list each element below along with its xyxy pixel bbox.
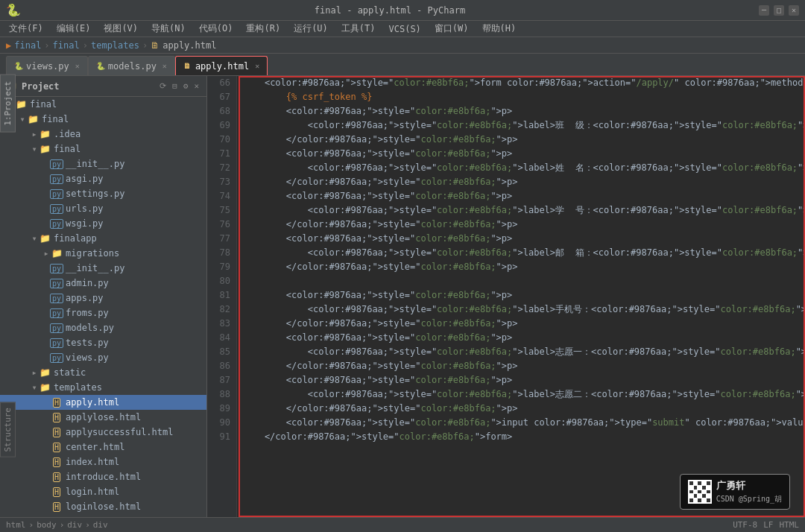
tab-models-py[interactable]: 🐍 models.py ✕: [88, 56, 175, 75]
menu-item-编辑e[interactable]: 编辑(E): [51, 21, 97, 37]
tree-item-static[interactable]: ▸📁static: [0, 365, 206, 380]
tree-item-final[interactable]: ▾📁final: [0, 97, 206, 112]
code-editor[interactable]: 6667686970717273747576777879808182838485…: [207, 76, 805, 517]
sync-icon[interactable]: ⟳: [158, 80, 168, 92]
close-button[interactable]: ✕: [789, 5, 799, 16]
window-controls[interactable]: ─ □ ✕: [759, 5, 799, 16]
menu-item-导航n[interactable]: 导航(N): [145, 21, 192, 37]
maximize-button[interactable]: □: [774, 5, 784, 16]
menu-item-运行u[interactable]: 运行(U): [288, 21, 334, 37]
line-number-90: 90: [210, 416, 230, 430]
tree-item-indexhtml[interactable]: Hindex.html: [0, 455, 206, 469]
tab-models-close[interactable]: ✕: [162, 62, 167, 70]
watermark-text: 广勇轩 CSDN @Spring_胡: [716, 479, 782, 504]
tree-arrow: ▸: [30, 367, 39, 378]
tree-item-asgipy[interactable]: pyasgi.py: [0, 171, 206, 186]
py-icon: 🐍: [14, 62, 23, 71]
tree-item-testspy[interactable]: pytests.py: [0, 335, 206, 350]
html-file-icon: H: [51, 457, 63, 467]
tree-item-label: models.py: [66, 323, 114, 333]
line-number-68: 68: [210, 104, 230, 118]
line-number-72: 72: [210, 161, 230, 175]
tree-item-finalapp[interactable]: ▾📁finalapp: [0, 231, 206, 246]
menu-item-代码o[interactable]: 代码(O): [193, 21, 239, 37]
code-area[interactable]: <color:#9876aa;">style="color:#e8bf6a;">…: [237, 76, 805, 517]
py-file-icon: py: [51, 189, 63, 199]
line-number-70: 70: [210, 133, 230, 147]
menu-item-帮助h[interactable]: 帮助(H): [476, 21, 523, 37]
code-line-86: </color:#9876aa;">style="color:#e8bf6a;"…: [243, 359, 805, 373]
menu-item-窗口w[interactable]: 窗口(W): [429, 21, 475, 37]
sidebar-title: Project: [22, 81, 154, 92]
project-tab[interactable]: 1:Project: [0, 75, 16, 133]
tab-views-py[interactable]: 🐍 views.py ✕: [6, 56, 88, 75]
tree-item-idea[interactable]: ▸📁.idea: [0, 127, 206, 142]
tree-item-__init__py[interactable]: py__init__.py: [0, 156, 206, 171]
tree-item-label: __init__.py: [66, 263, 124, 273]
tree-item-urlspy[interactable]: pyurls.py: [0, 201, 206, 216]
tree-item-templates[interactable]: ▾📁templates: [0, 380, 206, 395]
menu-item-视图v[interactable]: 视图(V): [98, 21, 144, 37]
bottom-right: UTF-8 LF HTML: [733, 520, 799, 530]
tree-item-migrations[interactable]: ▸📁migrations: [0, 246, 206, 261]
tree-item-label: asgi.py: [66, 174, 104, 184]
tab-views-close[interactable]: ✕: [75, 62, 80, 70]
breadcrumb-final[interactable]: final: [14, 40, 41, 51]
tree-item-label: finalapp: [54, 233, 97, 244]
tree-item-applyhtml[interactable]: Happly.html: [0, 395, 206, 410]
tab-apply-html[interactable]: 🗎 apply.html ✕: [175, 56, 268, 75]
line-number-83: 83: [210, 317, 230, 331]
line-sep-label: LF: [763, 520, 773, 530]
tree-item-loginlosehtml[interactable]: Hloginlose.html: [0, 499, 206, 514]
settings-icon[interactable]: ⚙: [182, 80, 190, 92]
tree-item-__init__py[interactable]: py__init__.py: [0, 261, 206, 276]
py-file-icon: py: [51, 204, 63, 214]
tree-item-fromspy[interactable]: pyfroms.py: [0, 305, 206, 320]
tree-item-applylosehtml[interactable]: Happlylose.html: [0, 410, 206, 425]
py-icon2: 🐍: [96, 62, 105, 71]
code-line-88: <color:#9876aa;">style="color:#e8bf6a;">…: [243, 387, 805, 402]
tree-item-viewspy[interactable]: pyviews.py: [0, 350, 206, 365]
tab-apply-close[interactable]: ✕: [255, 62, 259, 70]
tree-item-final[interactable]: ▾📁final: [0, 142, 206, 156]
line-number-71: 71: [210, 147, 230, 161]
tree-item-final[interactable]: ▾📁final: [0, 112, 206, 127]
tree-item-introducehtml[interactable]: Hintroduce.html: [0, 469, 206, 484]
py-file-icon: py: [51, 338, 63, 348]
tree-item-loginhtml[interactable]: Hlogin.html: [0, 484, 206, 499]
folder-icon: 📁: [15, 99, 27, 110]
code-line-91: </color:#9876aa;">style="color:#e8bf6a;"…: [243, 430, 805, 444]
close-sidebar-icon[interactable]: ✕: [192, 80, 201, 92]
code-line-72: <color:#9876aa;">style="color:#e8bf6a;">…: [243, 161, 805, 175]
tree-item-modelspy[interactable]: pymodels.py: [0, 320, 206, 335]
line-number-88: 88: [210, 387, 230, 402]
code-line-74: <color:#9876aa;">style="color:#e8bf6a;">…: [243, 189, 805, 203]
tree-item-label: center.html: [66, 442, 124, 452]
breadcrumb-apply[interactable]: apply.html: [162, 40, 216, 51]
collapse-icon[interactable]: ⊟: [171, 80, 179, 92]
breadcrumb-final2[interactable]: final: [53, 40, 80, 51]
menu-item-工具t[interactable]: 工具(T): [335, 21, 382, 37]
tree-arrow: ▸: [42, 248, 51, 259]
file-type-label: HTML: [780, 520, 800, 530]
html-file-icon: H: [51, 487, 63, 497]
tree-item-label: index.html: [66, 457, 119, 467]
tree-item-label: .idea: [54, 129, 80, 139]
html-file-icon: H: [51, 502, 63, 512]
menu-item-重构r[interactable]: 重构(R): [240, 21, 286, 37]
tree-item-adminpy[interactable]: pyadmin.py: [0, 276, 206, 291]
tree-item-centerhtml[interactable]: Hcenter.html: [0, 440, 206, 455]
tree-item-applysuccessfulhtml[interactable]: Happlysuccessful.html: [0, 425, 206, 440]
breadcrumb-templates[interactable]: templates: [91, 40, 139, 51]
menu-item-vcss[interactable]: VCS(S): [383, 22, 427, 36]
py-file-icon: py: [51, 219, 63, 229]
structure-tab[interactable]: Structure: [0, 402, 16, 457]
qr-code: [688, 480, 712, 504]
folder-icon: 📁: [51, 248, 63, 259]
tree-item-wsgipy[interactable]: pywsgi.py: [0, 216, 206, 231]
tree-item-settingspy[interactable]: pysettings.py: [0, 186, 206, 201]
menu-item-文件f[interactable]: 文件(F): [3, 21, 49, 37]
code-line-80: [243, 274, 805, 288]
tree-item-appspy[interactable]: pyapps.py: [0, 291, 206, 305]
minimize-button[interactable]: ─: [759, 5, 769, 16]
